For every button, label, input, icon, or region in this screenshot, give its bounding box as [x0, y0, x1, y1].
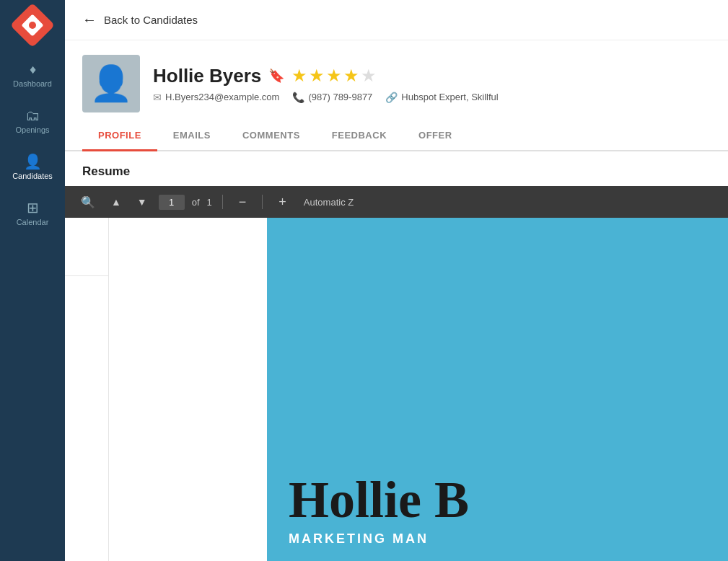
pdf-blue-section: Hollie B MARKETING MAN — [267, 218, 728, 561]
back-label: Back to Candidates — [104, 14, 198, 26]
sidebar-item-candidates[interactable]: 👤 Candidates — [0, 144, 65, 190]
resume-section-header: Resume — [65, 151, 728, 186]
candidate-header: 👤 Hollie Byers 🔖 ★ ★ ★ ★ ★ ✉ H.Byers234@… — [65, 40, 728, 121]
tab-offer[interactable]: OFFER — [403, 121, 468, 151]
meta-email: ✉ H.Byers234@example.com — [153, 92, 279, 103]
tab-comments[interactable]: COMMENTS — [227, 121, 316, 151]
candidate-name: Hollie Byers — [153, 65, 261, 87]
content-area: Resume 🔍 ▲ ▼ of 1 − + — [65, 151, 728, 561]
arrow-up-icon: ▲ — [111, 196, 121, 208]
tab-profile-label: PROFILE — [98, 130, 141, 141]
sidebar-item-calendar[interactable]: ⊞ Calendar — [0, 190, 65, 237]
sidebar-item-label: Dashboard — [13, 79, 52, 88]
bookmark-icon[interactable]: 🔖 — [268, 68, 284, 84]
candidate-info: Hollie Byers 🔖 ★ ★ ★ ★ ★ ✉ H.Byers234@ex… — [153, 65, 499, 103]
meta-phone: 📞 (987) 789-9877 — [292, 92, 372, 103]
calendar-icon: ⊞ — [27, 200, 39, 215]
pdf-white-margin — [65, 218, 267, 561]
tab-feedback-label: FEEDBACK — [332, 130, 387, 141]
star-1: ★ — [291, 66, 307, 86]
pdf-prev-button[interactable]: ▲ — [107, 193, 126, 211]
candidates-icon: 👤 — [24, 154, 42, 169]
skills-icon: 🔗 — [385, 92, 398, 103]
candidate-name-row: Hollie Byers 🔖 ★ ★ ★ ★ ★ — [153, 65, 499, 87]
openings-icon: 🗂 — [25, 108, 40, 123]
sidebar-item-openings[interactable]: 🗂 Openings — [0, 98, 65, 144]
tab-comments-label: COMMENTS — [242, 130, 300, 141]
pdf-page-total: 1 — [207, 197, 212, 208]
topbar: ← Back to Candidates — [65, 0, 728, 40]
tab-profile[interactable]: PROFILE — [82, 121, 157, 151]
tab-emails-label: EMAILS — [173, 130, 211, 141]
sidebar-item-label: Openings — [15, 125, 49, 134]
app-logo[interactable] — [0, 0, 65, 50]
pdf-job-title-display: MARKETING MAN — [289, 531, 706, 547]
back-button[interactable]: ← Back to Candidates — [82, 12, 198, 28]
tab-emails[interactable]: EMAILS — [157, 121, 227, 151]
pdf-next-button[interactable]: ▼ — [133, 193, 152, 211]
sidebar-item-label: Candidates — [12, 172, 53, 180]
tab-offer-label: OFFER — [418, 130, 452, 141]
phone-icon: 📞 — [292, 92, 304, 103]
candidate-email: H.Byers234@example.com — [165, 92, 279, 102]
star-5: ★ — [361, 66, 377, 86]
pdf-page-of: of — [192, 197, 200, 208]
email-icon: ✉ — [153, 92, 162, 103]
tabs-bar: PROFILE EMAILS COMMENTS FEEDBACK OFFER — [65, 121, 728, 151]
star-rating[interactable]: ★ ★ ★ ★ ★ — [291, 66, 377, 86]
meta-skills: 🔗 Hubspot Expert, Skillful — [385, 92, 498, 103]
candidate-phone: (987) 789-9877 — [308, 92, 372, 102]
pdf-divider-2 — [262, 195, 263, 209]
pdf-page-input[interactable] — [159, 195, 185, 210]
back-arrow-icon: ← — [82, 12, 97, 28]
sidebar: ⬧ Dashboard 🗂 Openings 👤 Candidates ⊞ Ca… — [0, 0, 65, 561]
arrow-down-icon: ▼ — [137, 196, 147, 208]
sidebar-item-label: Calendar — [17, 218, 49, 226]
pdf-zoom-label: Automatic Z — [304, 197, 354, 208]
pdf-candidate-name-display: Hollie B — [289, 474, 706, 526]
avatar: 👤 — [82, 55, 140, 112]
pdf-document-area: Hollie B MARKETING MAN — [65, 218, 728, 561]
pdf-search-button[interactable]: 🔍 — [76, 193, 100, 212]
search-icon: 🔍 — [81, 195, 95, 209]
resume-title: Resume — [82, 164, 130, 178]
pdf-zoom-in-button[interactable]: + — [273, 193, 292, 211]
star-4: ★ — [343, 66, 359, 86]
main-content: ← Back to Candidates 👤 Hollie Byers 🔖 ★ … — [65, 0, 728, 561]
candidate-skills: Hubspot Expert, Skillful — [401, 92, 498, 102]
candidate-meta: ✉ H.Byers234@example.com 📞 (987) 789-987… — [153, 92, 499, 103]
pdf-margin-line-v — [108, 218, 109, 561]
pdf-divider-1 — [222, 195, 223, 209]
pdf-margin-line-h — [65, 275, 108, 276]
star-3: ★ — [326, 66, 342, 86]
star-2: ★ — [309, 66, 325, 86]
pdf-viewer-container: 🔍 ▲ ▼ of 1 − + Automatic Z — [65, 186, 728, 561]
tab-feedback[interactable]: FEEDBACK — [316, 121, 403, 151]
pdf-toolbar: 🔍 ▲ ▼ of 1 − + Automatic Z — [65, 186, 728, 218]
avatar-placeholder-icon: 👤 — [89, 63, 133, 104]
sidebar-item-dashboard[interactable]: ⬧ Dashboard — [0, 50, 65, 98]
pdf-zoom-out-button[interactable]: − — [233, 193, 253, 211]
dashboard-icon: ⬧ — [28, 61, 38, 76]
